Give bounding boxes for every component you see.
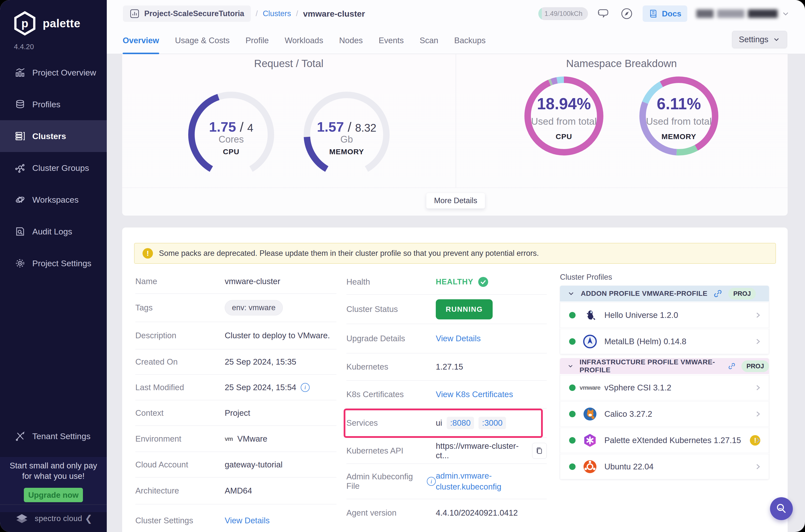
upgrade-details-link[interactable]: View Details [436, 334, 481, 343]
detail-row-cloud-account: Cloud Account gateway-tutorial [135, 452, 337, 478]
sidebar-item-profiles[interactable]: Profiles [0, 89, 107, 120]
detail-label: Upgrade Details [346, 334, 436, 343]
detail-label: Cluster Status [346, 304, 436, 314]
chat-icon[interactable] [597, 7, 611, 21]
profile-item-calico[interactable]: Calico 3.27.2 [560, 401, 769, 427]
upgrade-now-button[interactable]: Upgrade now [24, 488, 83, 502]
detail-value: 1.27.15 [436, 362, 463, 372]
view-certificates-link[interactable]: View K8s Certificates [436, 390, 513, 399]
tab-backups[interactable]: Backups [454, 27, 486, 54]
detail-label: Architecture [135, 486, 225, 495]
profile-item-vsphere-csi[interactable]: vmware vSphere CSI 3.1.2 [560, 375, 769, 400]
tab-profile[interactable]: Profile [246, 27, 269, 54]
user-account[interactable] [696, 9, 790, 18]
sidebar-nav: Project Overview Profiles Clusters Clust… [0, 57, 107, 279]
detail-value: Project [225, 408, 250, 418]
detail-value: 25 Sep 2024, 15:54 [225, 383, 296, 392]
orbit-icon [14, 194, 26, 205]
tab-usage-costs[interactable]: Usage & Costs [175, 27, 230, 54]
infrastructure-profile-header[interactable]: INFRASTRUCTURE PROFILE VMWARE-PROFILE PR… [560, 358, 769, 374]
kubeconfig-link[interactable]: admin.vmware-cluster.kubeconfig [436, 470, 518, 492]
addon-profile-header[interactable]: ADDON PROFILE VMWARE-PROFILE PROJ [560, 286, 769, 302]
detail-row-modified: Last Modified 25 Sep 2024, 15:54i [135, 375, 337, 400]
docs-button[interactable]: Docs [643, 5, 687, 22]
palette-logo: p palette [0, 0, 107, 36]
settings-button[interactable]: Settings [732, 31, 787, 48]
info-icon[interactable]: i [427, 477, 436, 486]
upgrade-promo: Start small and only pay for what you us… [0, 457, 107, 512]
layers-icon [14, 99, 26, 110]
detail-row-tags: Tags env: vmware [135, 294, 337, 322]
profile-item-metallb[interactable]: MetalLB (Helm) 0.14.8 [560, 329, 769, 354]
logo-text: palette [43, 17, 80, 30]
sidebar-item-cluster-groups[interactable]: Cluster Groups [0, 152, 107, 184]
top-right-controls: 1.49/100kCh Docs [538, 5, 790, 22]
profile-item-ubuntu[interactable]: Ubuntu 22.04 [560, 454, 769, 479]
search-fab[interactable] [770, 497, 793, 520]
info-icon[interactable]: i [301, 383, 310, 392]
palette-logo-icon: p [13, 11, 37, 36]
tab-workloads[interactable]: Workloads [285, 27, 323, 54]
hello-universe-icon [582, 307, 598, 323]
breadcrumb-project-pill[interactable]: Project-ScaleSecureTutoria [123, 5, 251, 22]
tab-nodes[interactable]: Nodes [339, 27, 363, 54]
cpu-gauge-unit: Cores [187, 134, 276, 145]
check-circle-icon [478, 277, 488, 287]
collapse-sidebar-icon[interactable]: ❮ [85, 513, 92, 524]
sidebar-item-project-overview[interactable]: Project Overview [0, 57, 107, 89]
namespace-breakdown-title: Namespace Breakdown [566, 58, 677, 70]
cpu-gauge-label: CPU [187, 148, 276, 156]
profile-item-label: MetalLB (Helm) 0.14.8 [605, 337, 686, 346]
breadcrumb-clusters-link[interactable]: Clusters [263, 9, 291, 18]
tab-scan[interactable]: Scan [420, 27, 438, 54]
sidebar-item-clusters[interactable]: Clusters [0, 120, 107, 152]
project-icon [129, 8, 140, 19]
sidebar-footer: spectro cloud ❮ [0, 505, 107, 532]
gear-icon [14, 258, 26, 269]
card-divider [122, 188, 788, 188]
cluster-profiles-title: Cluster Profiles [560, 273, 612, 282]
sidebar-item-tenant-settings[interactable]: Tenant Settings [0, 420, 107, 452]
detail-row-kubernetes: Kubernetes 1.27.15 [346, 354, 547, 381]
profile-item-hello-universe[interactable]: Hello Universe 1.2.0 [560, 303, 769, 328]
copy-icon [535, 446, 543, 455]
compass-icon[interactable] [620, 7, 634, 21]
sidebar-item-audit-logs[interactable]: Audit Logs [0, 215, 107, 247]
promo-line-2: for what you use! [0, 471, 107, 481]
tab-overview[interactable]: Overview [123, 27, 159, 54]
chevron-right-icon [754, 410, 762, 418]
metallb-icon [582, 334, 598, 349]
usage-summary-card: Request / Total Namespace Breakdown 1.75… [122, 54, 788, 215]
detail-label: Kubernetes API [346, 446, 436, 456]
calico-icon [582, 406, 598, 422]
redacted-name [717, 10, 744, 18]
detail-label: Name [135, 277, 225, 286]
tab-events[interactable]: Events [379, 27, 404, 54]
cpu-donut-pct: 18.94% [524, 95, 603, 113]
more-details-button[interactable]: More Details [426, 193, 485, 209]
detail-row-context: Context Project [135, 400, 337, 426]
view-details-link[interactable]: View Details [225, 516, 270, 525]
detail-value: AMD64 [225, 486, 252, 495]
sidebar-item-project-settings[interactable]: Project Settings [0, 247, 107, 279]
detail-row-name: Name vmware-cluster [135, 269, 337, 294]
profile-item-label: Calico 3.27.2 [605, 409, 652, 419]
infrastructure-profile-section: INFRASTRUCTURE PROFILE VMWARE-PROFILE PR… [560, 358, 769, 479]
copy-button[interactable] [532, 443, 547, 459]
details-middle-column: Health HEALTHY Cluster Status RUNNING Up… [346, 269, 547, 527]
vmware-icon: vmware [582, 380, 598, 396]
detail-row-description: Description Cluster to deploy to VMware. [135, 322, 337, 349]
detail-row-health: Health HEALTHY [346, 269, 547, 295]
detail-row-kubeconfig: Admin Kubeconfig Filei admin.vmware-clus… [346, 464, 547, 499]
main-area: Project-ScaleSecureTutoria / Clusters / … [107, 0, 805, 532]
service-name: ui [436, 418, 442, 428]
chevron-right-icon [754, 462, 762, 471]
profile-item-palette-extended-kubernetes[interactable]: Palette eXtended Kubernetes 1.27.15 ! [560, 428, 769, 453]
service-port-link[interactable]: :3000 [478, 417, 506, 429]
detail-row-upgrade: Upgrade Details View Details [346, 324, 547, 354]
sidebar-item-workspaces[interactable]: Workspaces [0, 184, 107, 215]
memory-donut-label: MEMORY [639, 132, 718, 141]
detail-row-created: Created On 25 Sep 2024, 15:35 [135, 349, 337, 375]
service-port-link[interactable]: :8080 [447, 417, 474, 429]
request-total-title: Request / Total [254, 58, 323, 70]
